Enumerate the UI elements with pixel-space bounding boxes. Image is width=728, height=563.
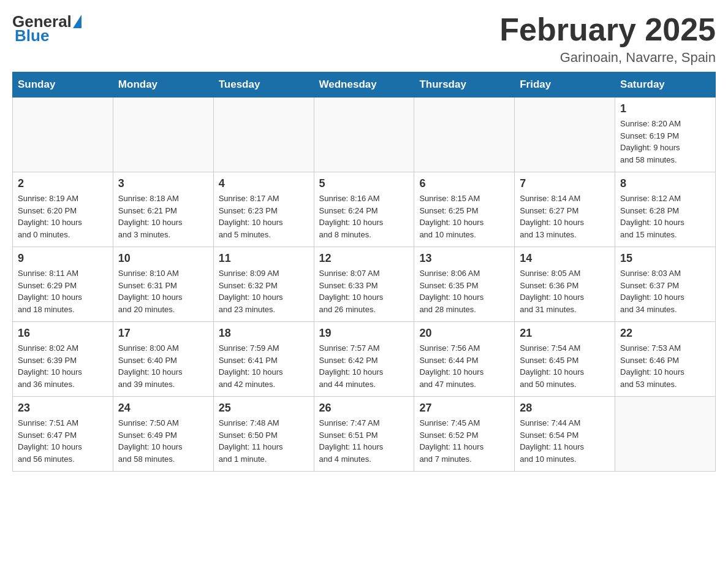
title-section: February 2025 Garinoain, Navarre, Spain [499,12,716,66]
calendar-cell [515,98,615,172]
calendar-cell: 3Sunrise: 8:18 AMSunset: 6:21 PMDaylight… [113,172,213,247]
day-info: Sunrise: 8:15 AMSunset: 6:25 PMDaylight:… [419,193,509,240]
calendar-cell [13,98,113,172]
day-info: Sunrise: 8:02 AMSunset: 6:39 PMDaylight:… [18,342,108,390]
day-number: 12 [319,252,409,265]
calendar-cell: 26Sunrise: 7:47 AMSunset: 6:51 PMDayligh… [314,397,414,472]
weekday-header-wednesday: Wednesday [314,72,414,98]
day-info: Sunrise: 7:50 AMSunset: 6:49 PMDaylight:… [118,417,208,465]
day-info: Sunrise: 7:59 AMSunset: 6:41 PMDaylight:… [219,342,309,390]
calendar-week-3: 9Sunrise: 8:11 AMSunset: 6:29 PMDaylight… [13,247,716,322]
day-number: 5 [319,177,409,190]
day-info: Sunrise: 7:47 AMSunset: 6:51 PMDaylight:… [319,417,409,465]
calendar-cell: 11Sunrise: 8:09 AMSunset: 6:32 PMDayligh… [213,247,314,322]
day-number: 23 [18,402,108,415]
calendar-header: SundayMondayTuesdayWednesdayThursdayFrid… [13,72,716,98]
calendar-cell: 8Sunrise: 8:12 AMSunset: 6:28 PMDaylight… [615,172,716,247]
day-number: 8 [620,177,710,190]
day-number: 2 [18,177,108,190]
calendar-cell: 14Sunrise: 8:05 AMSunset: 6:36 PMDayligh… [515,247,615,322]
day-number: 24 [118,402,208,415]
calendar-cell: 16Sunrise: 8:02 AMSunset: 6:39 PMDayligh… [13,322,113,397]
day-info: Sunrise: 8:09 AMSunset: 6:32 PMDaylight:… [219,267,309,315]
calendar-cell: 9Sunrise: 8:11 AMSunset: 6:29 PMDaylight… [13,247,113,322]
day-number: 11 [219,252,309,265]
calendar-cell: 7Sunrise: 8:14 AMSunset: 6:27 PMDaylight… [515,172,615,247]
calendar-cell: 12Sunrise: 8:07 AMSunset: 6:33 PMDayligh… [314,247,414,322]
weekday-header-row: SundayMondayTuesdayWednesdayThursdayFrid… [13,72,716,98]
calendar-cell: 28Sunrise: 7:44 AMSunset: 6:54 PMDayligh… [515,397,615,472]
day-info: Sunrise: 7:56 AMSunset: 6:44 PMDaylight:… [419,342,509,390]
day-info: Sunrise: 8:16 AMSunset: 6:24 PMDaylight:… [319,193,409,240]
day-number: 22 [620,327,710,340]
calendar-cell: 25Sunrise: 7:48 AMSunset: 6:50 PMDayligh… [213,397,314,472]
calendar-cell [113,98,213,172]
calendar-cell: 5Sunrise: 8:16 AMSunset: 6:24 PMDaylight… [314,172,414,247]
day-number: 19 [319,327,409,340]
calendar-cell: 13Sunrise: 8:06 AMSunset: 6:35 PMDayligh… [414,247,515,322]
calendar-body: 1Sunrise: 8:20 AMSunset: 6:19 PMDaylight… [13,98,716,472]
day-info: Sunrise: 7:44 AMSunset: 6:54 PMDaylight:… [520,417,610,465]
day-info: Sunrise: 7:54 AMSunset: 6:45 PMDaylight:… [520,342,610,390]
calendar-cell: 20Sunrise: 7:56 AMSunset: 6:44 PMDayligh… [414,322,515,397]
calendar-week-1: 1Sunrise: 8:20 AMSunset: 6:19 PMDaylight… [13,98,716,172]
calendar-cell [314,98,414,172]
weekday-header-thursday: Thursday [414,72,515,98]
page-header: General Blue February 2025 Garinoain, Na… [12,12,716,66]
calendar-cell: 6Sunrise: 8:15 AMSunset: 6:25 PMDaylight… [414,172,515,247]
day-info: Sunrise: 8:03 AMSunset: 6:37 PMDaylight:… [620,267,710,315]
calendar-cell: 1Sunrise: 8:20 AMSunset: 6:19 PMDaylight… [615,98,716,172]
day-number: 27 [419,402,509,415]
logo-blue-text: Blue [15,26,49,45]
day-info: Sunrise: 8:14 AMSunset: 6:27 PMDaylight:… [520,193,610,240]
logo-triangle-icon [73,15,82,28]
day-info: Sunrise: 8:19 AMSunset: 6:20 PMDaylight:… [18,193,108,240]
day-info: Sunrise: 8:11 AMSunset: 6:29 PMDaylight:… [18,267,108,315]
weekday-header-saturday: Saturday [615,72,716,98]
day-info: Sunrise: 8:17 AMSunset: 6:23 PMDaylight:… [219,193,309,240]
day-info: Sunrise: 7:57 AMSunset: 6:42 PMDaylight:… [319,342,409,390]
weekday-header-friday: Friday [515,72,615,98]
day-number: 10 [118,252,208,265]
day-info: Sunrise: 8:05 AMSunset: 6:36 PMDaylight:… [520,267,610,315]
calendar-cell: 22Sunrise: 7:53 AMSunset: 6:46 PMDayligh… [615,322,716,397]
day-number: 9 [18,252,108,265]
calendar-cell: 27Sunrise: 7:45 AMSunset: 6:52 PMDayligh… [414,397,515,472]
day-info: Sunrise: 8:07 AMSunset: 6:33 PMDaylight:… [319,267,409,315]
day-number: 16 [18,327,108,340]
weekday-header-monday: Monday [113,72,213,98]
day-number: 3 [118,177,208,190]
calendar-cell: 24Sunrise: 7:50 AMSunset: 6:49 PMDayligh… [113,397,213,472]
day-number: 18 [219,327,309,340]
day-info: Sunrise: 7:53 AMSunset: 6:46 PMDaylight:… [620,342,710,390]
calendar-week-2: 2Sunrise: 8:19 AMSunset: 6:20 PMDaylight… [13,172,716,247]
day-number: 7 [520,177,610,190]
calendar-cell: 23Sunrise: 7:51 AMSunset: 6:47 PMDayligh… [13,397,113,472]
day-number: 28 [520,402,610,415]
day-info: Sunrise: 8:20 AMSunset: 6:19 PMDaylight:… [620,118,710,166]
day-info: Sunrise: 8:00 AMSunset: 6:40 PMDaylight:… [118,342,208,390]
day-info: Sunrise: 7:45 AMSunset: 6:52 PMDaylight:… [419,417,509,465]
calendar-week-4: 16Sunrise: 8:02 AMSunset: 6:39 PMDayligh… [13,322,716,397]
day-info: Sunrise: 7:48 AMSunset: 6:50 PMDaylight:… [219,417,309,465]
calendar-title: February 2025 [499,12,716,47]
day-number: 26 [319,402,409,415]
day-number: 13 [419,252,509,265]
calendar-table: SundayMondayTuesdayWednesdayThursdayFrid… [12,72,716,472]
day-info: Sunrise: 8:06 AMSunset: 6:35 PMDaylight:… [419,267,509,315]
day-number: 4 [219,177,309,190]
calendar-cell [213,98,314,172]
day-number: 14 [520,252,610,265]
day-info: Sunrise: 8:18 AMSunset: 6:21 PMDaylight:… [118,193,208,240]
day-number: 25 [219,402,309,415]
calendar-subtitle: Garinoain, Navarre, Spain [499,50,716,66]
calendar-cell: 18Sunrise: 7:59 AMSunset: 6:41 PMDayligh… [213,322,314,397]
day-info: Sunrise: 8:12 AMSunset: 6:28 PMDaylight:… [620,193,710,240]
calendar-cell [615,397,716,472]
day-number: 21 [520,327,610,340]
calendar-cell: 4Sunrise: 8:17 AMSunset: 6:23 PMDaylight… [213,172,314,247]
day-number: 15 [620,252,710,265]
day-number: 6 [419,177,509,190]
day-number: 1 [620,102,710,115]
weekday-header-tuesday: Tuesday [213,72,314,98]
